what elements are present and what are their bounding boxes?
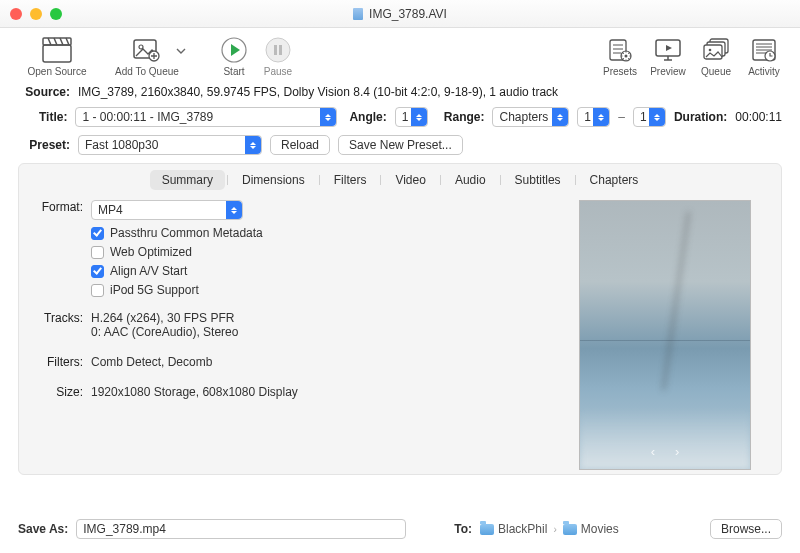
format-value: MP4 — [98, 203, 123, 217]
clapperboard-icon — [42, 37, 72, 63]
tabs-bar: Summary Dimensions Filters Video Audio S… — [19, 164, 781, 200]
chevron-updown-icon — [552, 108, 568, 126]
align-av-start-checkbox[interactable]: Align A/V Start — [91, 264, 545, 278]
save-as-label: Save As: — [18, 522, 68, 536]
chevron-down-icon[interactable] — [176, 48, 186, 54]
reload-preset-button[interactable]: Reload — [270, 135, 330, 155]
range-type-select[interactable]: Chapters — [492, 107, 569, 127]
chevron-updown-icon — [245, 136, 261, 154]
format-options: Passthru Common Metadata Web Optimized A… — [91, 226, 545, 297]
tab-summary[interactable]: Summary — [150, 170, 225, 190]
svg-rect-7 — [274, 45, 277, 55]
range-from-value: 1 — [584, 110, 591, 124]
activity-label: Activity — [748, 66, 780, 77]
document-icon — [353, 8, 363, 20]
activity-button[interactable]: Activity — [740, 34, 788, 77]
folder-icon — [563, 524, 577, 535]
checkbox-icon — [91, 284, 104, 297]
save-new-preset-button[interactable]: Save New Preset... — [338, 135, 463, 155]
passthru-metadata-checkbox[interactable]: Passthru Common Metadata — [91, 226, 545, 240]
title-select-value: 1 - 00:00:11 - IMG_3789 — [82, 110, 213, 124]
prev-frame-button[interactable]: ‹ — [651, 444, 655, 459]
svg-point-11 — [625, 55, 628, 58]
source-row: Source: IMG_3789, 2160x3840, 59.9745 FPS… — [18, 85, 782, 99]
stack-icon — [702, 37, 730, 63]
checkbox-icon — [91, 246, 104, 259]
title-select[interactable]: 1 - 00:00:11 - IMG_3789 — [75, 107, 337, 127]
play-icon — [220, 36, 248, 64]
tab-chapters[interactable]: Chapters — [578, 170, 651, 190]
preset-label: Preset: — [18, 138, 70, 152]
browse-button[interactable]: Browse... — [710, 519, 782, 539]
image-plus-icon — [132, 37, 162, 63]
source-value: IMG_3789, 2160x3840, 59.9745 FPS, Dolby … — [78, 85, 558, 99]
format-row: Format: MP4 — [35, 200, 545, 220]
open-source-button[interactable]: Open Source — [12, 34, 102, 77]
range-to-value: 1 — [640, 110, 647, 124]
size-value: 1920x1080 Storage, 608x1080 Display — [91, 385, 298, 399]
preview-nav: ‹ › — [651, 444, 680, 459]
preview-column: ‹ › — [565, 200, 765, 470]
queue-label: Queue — [701, 66, 731, 77]
preview-label: Preview — [650, 66, 686, 77]
tracks-label: Tracks: — [35, 311, 83, 339]
tracks-value: H.264 (x264), 30 FPS PFR 0: AAC (CoreAud… — [91, 311, 238, 339]
title-row: Title: 1 - 00:00:11 - IMG_3789 Angle: 1 … — [18, 107, 782, 127]
preset-select[interactable]: Fast 1080p30 — [78, 135, 262, 155]
tab-video[interactable]: Video — [383, 170, 437, 190]
range-dash: – — [618, 110, 625, 124]
pause-icon — [264, 36, 292, 64]
svg-rect-8 — [279, 45, 282, 55]
preset-value: Fast 1080p30 — [85, 138, 158, 152]
preview-button[interactable]: Preview — [644, 34, 692, 77]
chevron-updown-icon — [593, 108, 609, 126]
svg-point-6 — [266, 38, 290, 62]
tab-filters[interactable]: Filters — [322, 170, 379, 190]
checkbox-checked-icon — [91, 265, 104, 278]
next-frame-button[interactable]: › — [675, 444, 679, 459]
tab-subtitles[interactable]: Subtitles — [503, 170, 573, 190]
chevron-updown-icon — [649, 108, 665, 126]
tab-audio[interactable]: Audio — [443, 170, 498, 190]
duration-value: 00:00:11 — [735, 110, 782, 124]
toolbar: Open Source Add To Queue Start Pause Pre… — [0, 28, 800, 79]
svg-rect-0 — [43, 45, 71, 62]
size-label: Size: — [35, 385, 83, 399]
format-select[interactable]: MP4 — [91, 200, 243, 220]
format-label: Format: — [35, 200, 83, 220]
folder-icon — [480, 524, 494, 535]
save-as-input[interactable]: IMG_3789.mp4 — [76, 519, 406, 539]
tab-dimensions[interactable]: Dimensions — [230, 170, 317, 190]
open-source-label: Open Source — [28, 66, 87, 77]
angle-select[interactable]: 1 — [395, 107, 428, 127]
window-title: IMG_3789.AVI — [0, 7, 800, 21]
chevron-right-icon: › — [553, 524, 556, 535]
summary-left-column: Format: MP4 Passthru Common Metadata Web… — [35, 200, 545, 470]
range-label: Range: — [444, 110, 485, 124]
ipod-support-checkbox[interactable]: iPod 5G Support — [91, 283, 545, 297]
duration-label: Duration: — [674, 110, 727, 124]
range-to-select[interactable]: 1 — [633, 107, 666, 127]
destination-path[interactable]: BlackPhil › Movies — [480, 522, 619, 536]
range-from-select[interactable]: 1 — [577, 107, 610, 127]
chevron-updown-icon — [320, 108, 336, 126]
start-button[interactable]: Start — [212, 34, 256, 77]
svg-point-16 — [709, 49, 712, 52]
video-preview[interactable]: ‹ › — [579, 200, 751, 470]
presets-button[interactable]: Presets — [596, 34, 644, 77]
angle-label: Angle: — [349, 110, 386, 124]
checkbox-checked-icon — [91, 227, 104, 240]
add-to-queue-button[interactable]: Add To Queue — [102, 34, 192, 77]
main-content: Source: IMG_3789, 2160x3840, 59.9745 FPS… — [0, 79, 800, 475]
presets-label: Presets — [603, 66, 637, 77]
angle-value: 1 — [402, 110, 409, 124]
presets-icon — [607, 37, 633, 63]
chevron-updown-icon — [226, 201, 242, 219]
activity-icon — [751, 37, 777, 63]
pause-label: Pause — [264, 66, 292, 77]
preset-row: Preset: Fast 1080p30 Reload Save New Pre… — [18, 135, 782, 155]
queue-button[interactable]: Queue — [692, 34, 740, 77]
svg-point-3 — [139, 45, 143, 49]
web-optimized-checkbox[interactable]: Web Optimized — [91, 245, 545, 259]
to-label: To: — [454, 522, 472, 536]
